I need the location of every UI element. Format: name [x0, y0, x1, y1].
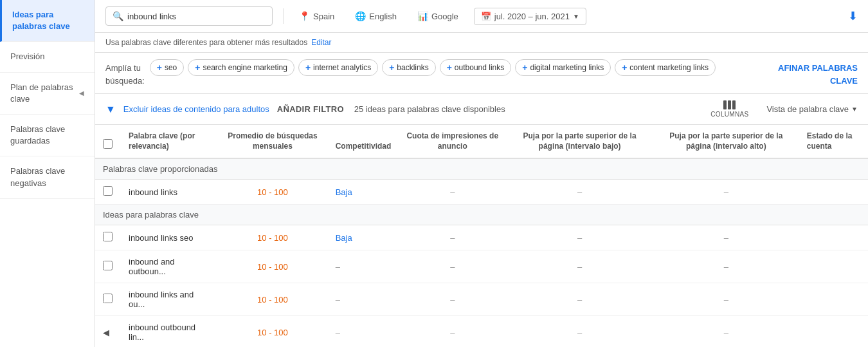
- edit-link[interactable]: Editar: [311, 38, 331, 47]
- chip-outbound[interactable]: + outbound links: [440, 59, 512, 76]
- columns-button[interactable]: COLUMNAS: [710, 100, 748, 118]
- sidebar: Ideas para palabras clave Previsión Plan…: [0, 0, 95, 347]
- section-label-ideas: Ideas para palabras clave: [95, 205, 868, 225]
- row-checkbox-cell: ◀: [95, 316, 121, 347]
- row-checkbox[interactable]: [103, 186, 113, 196]
- keyword-cell: inbound and outboun...: [121, 250, 217, 283]
- calendar-icon: 📅: [481, 12, 491, 21]
- funnel-icon: ▼: [105, 104, 116, 115]
- chip-ia[interactable]: + internet analytics: [298, 59, 378, 76]
- impression-share-cell: –: [399, 250, 506, 283]
- search-box[interactable]: 🔍: [105, 6, 273, 26]
- table-area: Palabra clave (por relevancia) Promedio …: [95, 125, 868, 347]
- bid-low-cell: –: [506, 250, 653, 283]
- account-status-cell: [799, 283, 868, 316]
- plus-icon: +: [305, 62, 311, 73]
- network-pill[interactable]: 📊 Google: [412, 8, 464, 24]
- sidebar-item-plan[interactable]: Plan de palabras clave ◀: [0, 73, 95, 115]
- date-range-picker[interactable]: 📅 jul. 2020 – jun. 2021 ▼: [474, 8, 586, 25]
- table-row: inbound links 10 - 100 Baja – – –: [95, 180, 868, 205]
- sidebar-item-ideas[interactable]: Ideas para palabras clave: [0, 0, 95, 42]
- bid-low-cell: –: [506, 180, 653, 205]
- exclude-adult-link[interactable]: Excluir ideas de contenido para adultos: [123, 104, 269, 114]
- chip-seo[interactable]: + seo: [150, 59, 185, 76]
- refine-keywords-button[interactable]: AFINAR PALABRASCLAVE: [778, 59, 858, 87]
- chip-digital[interactable]: + digital marketing links: [515, 59, 611, 76]
- avg-searches-cell: 10 - 100: [217, 283, 327, 316]
- avg-searches-cell: 10 - 100: [217, 180, 327, 205]
- th-select: [95, 125, 121, 158]
- th-avg-searches: Promedio de búsquedas mensuales: [217, 125, 327, 158]
- search-icon: 🔍: [113, 11, 123, 21]
- sidebar-item-negative[interactable]: Palabras clave negativas: [0, 156, 95, 198]
- account-status-cell: [799, 250, 868, 283]
- avg-searches-cell: 10 - 100: [217, 316, 327, 347]
- table-row: inbound links and ou... 10 - 100 – – – –: [95, 283, 868, 316]
- location-pill[interactable]: 📍 Spain: [294, 8, 339, 24]
- sidebar-item-saved[interactable]: Palabras clave guardadas: [0, 115, 95, 156]
- competition-cell: Baja: [328, 180, 399, 205]
- bid-high-cell: –: [653, 180, 799, 205]
- row-checkbox-cell: [95, 283, 121, 316]
- plus-icon: +: [195, 62, 200, 73]
- row-checkbox[interactable]: [103, 261, 113, 270]
- bid-low-cell: –: [506, 316, 653, 347]
- competition-cell: Baja: [328, 225, 399, 250]
- chevron-down-icon: ▼: [851, 106, 858, 113]
- th-competition: Competitividad: [328, 125, 399, 158]
- competition-cell: –: [328, 250, 399, 283]
- plus-icon: +: [157, 62, 162, 73]
- row-checkbox-cell: [95, 250, 121, 283]
- download-button[interactable]: ⬇: [848, 9, 858, 23]
- chip-sem[interactable]: + search engine marketing: [188, 59, 294, 76]
- bid-high-cell: –: [653, 250, 799, 283]
- topbar: 🔍 📍 Spain 🌐 English 📊 Google 📅 jul. 2020…: [95, 0, 868, 33]
- plus-icon: +: [389, 62, 394, 73]
- th-bid-high: Puja por la parte superior de la página …: [653, 125, 799, 158]
- section-header-provided: Palabras clave proporcionadas: [95, 158, 868, 180]
- language-icon: 🌐: [355, 11, 366, 21]
- network-icon: 📊: [417, 11, 428, 21]
- bid-high-cell: –: [653, 316, 799, 347]
- bid-high-cell: –: [653, 225, 799, 250]
- search-input[interactable]: [127, 12, 266, 21]
- account-status-cell: [799, 225, 868, 250]
- impression-share-cell: –: [399, 316, 506, 347]
- chips-wrapper: + seo + search engine marketing + intern…: [150, 59, 773, 76]
- section-label-provided: Palabras clave proporcionadas: [95, 158, 868, 180]
- scroll-left-arrow[interactable]: ◀: [103, 328, 109, 337]
- row-checkbox[interactable]: [103, 232, 113, 241]
- select-all-checkbox[interactable]: [103, 139, 113, 149]
- competition-cell: –: [328, 316, 399, 347]
- toolbar-row: ▼ Excluir ideas de contenido para adulto…: [95, 94, 868, 125]
- impression-share-cell: –: [399, 225, 506, 250]
- sidebar-item-prevision[interactable]: Previsión: [0, 42, 95, 72]
- add-filter-button[interactable]: AÑADIR FILTRO: [277, 104, 344, 114]
- row-checkbox-cell: [95, 180, 121, 205]
- chip-backlinks[interactable]: + backlinks: [382, 59, 436, 76]
- filter-button[interactable]: ▼: [105, 104, 116, 115]
- competition-cell: –: [328, 283, 399, 316]
- account-status-cell: [799, 316, 868, 347]
- language-pill[interactable]: 🌐 English: [350, 8, 402, 24]
- chevron-down-icon: ▼: [573, 13, 579, 20]
- avg-searches-cell: 10 - 100: [217, 250, 327, 283]
- columns-icon: [723, 100, 736, 109]
- chip-content[interactable]: + content marketing links: [615, 59, 716, 76]
- keyword-cell: inbound links and ou...: [121, 283, 217, 316]
- bid-low-cell: –: [506, 283, 653, 316]
- divider: [283, 8, 284, 24]
- impression-share-cell: –: [399, 180, 506, 205]
- avg-searches-cell: 10 - 100: [217, 225, 327, 250]
- view-selector[interactable]: Vista de palabra clave ▼: [766, 104, 858, 114]
- table-row: ◀ inbound outbound lin... 10 - 100 – – –…: [95, 316, 868, 347]
- bid-low-cell: –: [506, 225, 653, 250]
- chevron-left-icon: ◀: [79, 89, 84, 98]
- suggestion-bar: Usa palabras clave diferentes para obten…: [95, 33, 868, 53]
- th-account-status: Estado de la cuenta: [799, 125, 868, 158]
- plus-icon: +: [447, 62, 452, 73]
- ideas-count: 25 ideas para palabras clave disponibles: [354, 104, 505, 114]
- main-content: 🔍 📍 Spain 🌐 English 📊 Google 📅 jul. 2020…: [95, 0, 868, 347]
- row-checkbox[interactable]: [103, 294, 113, 303]
- row-checkbox-cell: [95, 225, 121, 250]
